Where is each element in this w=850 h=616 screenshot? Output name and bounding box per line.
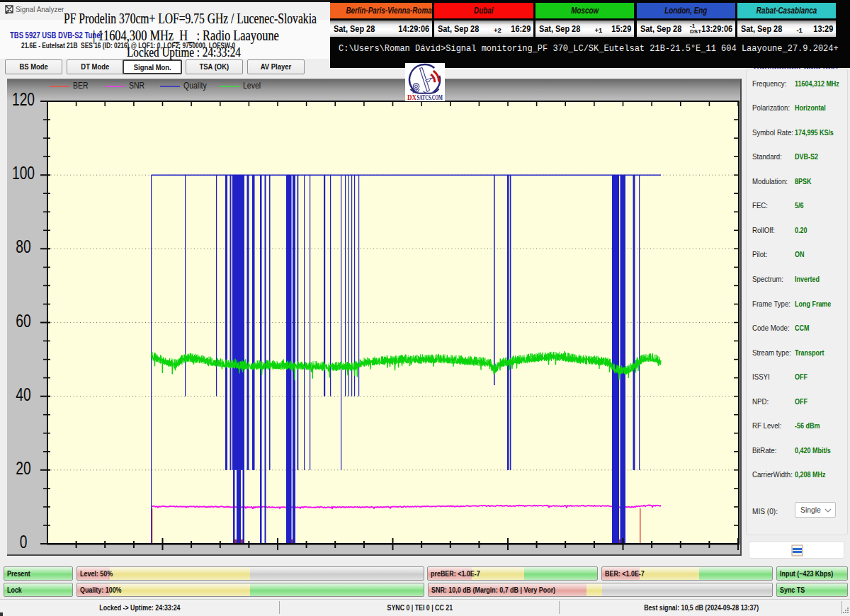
svg-text:DX: DX bbox=[407, 93, 417, 101]
svg-text:SATCS.COM: SATCS.COM bbox=[417, 93, 443, 101]
